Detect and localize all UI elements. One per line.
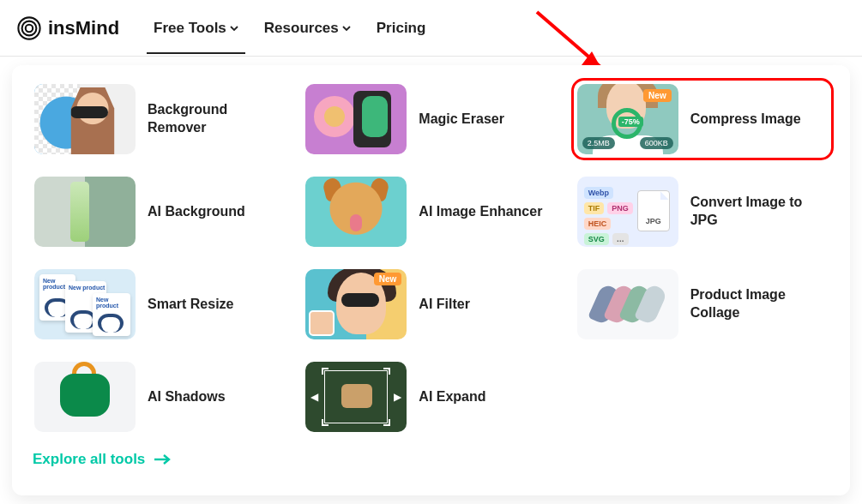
- tool-ai-expand[interactable]: ◀ ▶ AI Expand: [304, 360, 558, 434]
- nav-free-tools-label: Free Tools: [154, 20, 226, 37]
- tool-product-image-collage[interactable]: Product Image Collage: [576, 267, 829, 341]
- thumb-compress-image: -75% New 2.5MB 600KB: [577, 84, 678, 154]
- explore-label: Explore all tools: [33, 451, 145, 468]
- tool-ai-background[interactable]: AI Background: [33, 175, 286, 249]
- triangle-right-icon: ▶: [394, 391, 401, 403]
- tool-compress-image[interactable]: -75% New 2.5MB 600KB Compress Image: [576, 82, 829, 156]
- tool-label: Convert Image to JPG: [690, 194, 819, 230]
- svg-point-1: [22, 21, 37, 35]
- compress-after-size: 600KB: [640, 137, 673, 149]
- compress-reduction-badge: -75%: [618, 117, 643, 127]
- nav-free-tools[interactable]: Free Tools: [154, 3, 238, 54]
- nav-pricing[interactable]: Pricing: [377, 3, 426, 54]
- nav-resources[interactable]: Resources: [264, 3, 351, 54]
- thumb-product-collage: [577, 269, 678, 339]
- thumb-smart-resize: New product New product New product: [34, 269, 136, 339]
- tool-ai-shadows[interactable]: AI Shadows: [33, 360, 286, 434]
- new-badge: New: [643, 89, 672, 102]
- tag-tif: TIF: [584, 202, 605, 214]
- tool-background-remover[interactable]: Background Remover: [33, 82, 286, 156]
- tag-more: …: [612, 233, 629, 245]
- main-nav: Free Tools Resources Pricing: [154, 3, 425, 54]
- thumb-ai-background: [34, 177, 136, 247]
- arrow-right-icon: [154, 453, 171, 465]
- tag-svg: SVG: [584, 233, 609, 245]
- tool-label: Compress Image: [690, 111, 801, 129]
- triangle-left-icon: ◀: [310, 391, 318, 403]
- tag-png: PNG: [607, 202, 633, 214]
- format-tags: Webp TIF PNG HEIC SVG …: [584, 187, 634, 245]
- compress-before-size: 2.5MB: [582, 137, 615, 149]
- thumb-magic-eraser: [305, 84, 407, 154]
- tool-convert-to-jpg[interactable]: Webp TIF PNG HEIC SVG … → JPG Convert Im…: [576, 175, 829, 249]
- chevron-down-icon: [342, 24, 351, 33]
- thumb-ai-filter: New: [305, 269, 407, 339]
- tool-label: Smart Resize: [148, 296, 234, 314]
- thumb-ai-enhancer: [305, 177, 407, 247]
- tag-webp: Webp: [584, 187, 613, 199]
- chevron-down-icon: [230, 24, 238, 33]
- tag-heic: HEIC: [584, 218, 612, 230]
- thumb-background-remover: [34, 84, 136, 154]
- tool-smart-resize[interactable]: New product New product New product Smar…: [33, 267, 286, 341]
- thumb-ai-shadows: [34, 362, 136, 432]
- nav-pricing-label: Pricing: [377, 20, 426, 37]
- tool-label: AI Filter: [419, 296, 470, 314]
- svg-point-2: [26, 24, 33, 31]
- thumb-ai-expand: ◀ ▶: [305, 362, 407, 432]
- header-bar: insMind Free Tools Resources Pricing: [0, 0, 862, 57]
- tool-ai-image-enhancer[interactable]: AI Image Enhancer: [304, 175, 558, 249]
- tool-label: AI Background: [148, 203, 245, 221]
- tool-label: AI Expand: [419, 388, 485, 406]
- tool-ai-filter[interactable]: New AI Filter: [304, 267, 558, 341]
- tool-label: Magic Eraser: [419, 111, 504, 129]
- brand-logo[interactable]: insMind: [17, 16, 119, 40]
- tool-label: Product Image Collage: [690, 286, 819, 322]
- explore-all-tools-link[interactable]: Explore all tools: [33, 451, 171, 468]
- tools-grid: Background Remover Magic Eraser -75% New…: [33, 82, 829, 434]
- tools-dropdown-panel: Background Remover Magic Eraser -75% New…: [12, 65, 850, 495]
- tool-label: AI Image Enhancer: [419, 203, 542, 221]
- spiral-logo-icon: [17, 16, 41, 40]
- tool-magic-eraser[interactable]: Magic Eraser: [304, 82, 558, 156]
- new-badge: New: [374, 273, 402, 285]
- tool-label: AI Shadows: [148, 388, 226, 406]
- brand-name: insMind: [48, 17, 119, 39]
- nav-resources-label: Resources: [264, 20, 339, 37]
- thumb-convert-jpg: Webp TIF PNG HEIC SVG … → JPG: [577, 177, 678, 247]
- jpg-document-icon: JPG: [637, 190, 670, 231]
- tool-label: Background Remover: [148, 101, 276, 137]
